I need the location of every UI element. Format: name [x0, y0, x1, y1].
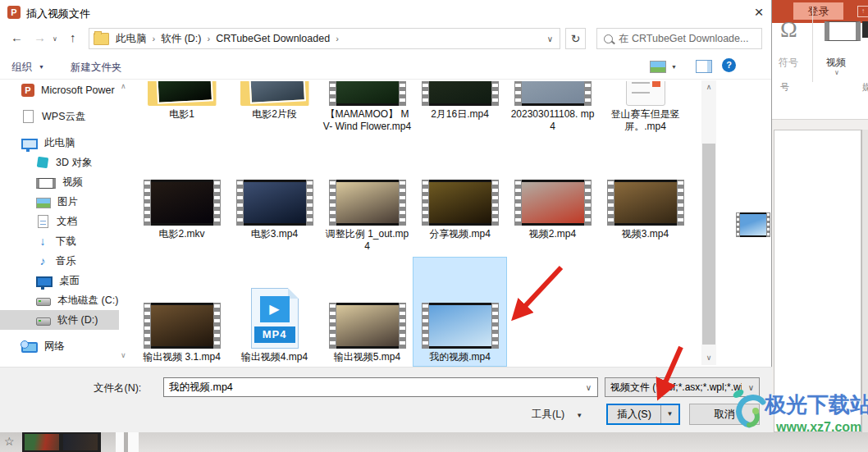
- address-bar[interactable]: 此电脑 › 软件 (D:) › CRTubeGet Downloaded › ∨: [89, 28, 560, 49]
- sidebar-item-3d-objects[interactable]: 3D 对象: [0, 153, 119, 172]
- view-mode-icon[interactable]: [650, 61, 666, 73]
- file-name: 电影3.mp4: [251, 228, 298, 240]
- organize-button[interactable]: 组织: [11, 61, 32, 75]
- login-button[interactable]: 登录: [793, 2, 843, 20]
- sidebar-item-videos[interactable]: 视频: [0, 172, 119, 192]
- file-name: 视频3.mp4: [622, 228, 669, 240]
- sidebar-item-label: WPS云盘: [42, 110, 85, 124]
- file-thumbnail-area: [626, 81, 665, 106]
- thumbnail-image: [151, 303, 213, 349]
- filmstrip-sprockets: [514, 81, 522, 106]
- file-item[interactable]: 调整比例 1_out.mp4: [321, 174, 413, 255]
- sidebar-item-wps-cloud[interactable]: WPS云盘: [0, 107, 119, 126]
- sidebar-item-disk-d[interactable]: 软件 (D:): [0, 310, 119, 330]
- video-thumbnail: [329, 81, 406, 106]
- insert-dropdown-icon[interactable]: ▼: [660, 405, 678, 423]
- close-icon[interactable]: ×: [748, 2, 770, 23]
- sidebar-item-downloads[interactable]: ↓下载: [0, 231, 119, 251]
- address-dropdown-icon[interactable]: ∨: [547, 34, 560, 43]
- filmstrip-sprockets: [144, 180, 151, 226]
- sidebar-item-this-pc[interactable]: 此电脑: [0, 133, 119, 153]
- search-icon: [604, 34, 613, 43]
- breadcrumb-item[interactable]: 此电脑: [114, 32, 148, 46]
- ribbon-separator: [812, 7, 813, 82]
- sidebar-item-network[interactable]: 网络: [0, 336, 119, 356]
- video-button-label[interactable]: 视频: [826, 56, 846, 70]
- file-grid-row: 输出视频 3.1.mp4▶MP4输出视频4.mp4输出视频5.mp4我的视频.m…: [135, 258, 692, 366]
- filename-caret-icon[interactable]: ∨: [586, 383, 597, 392]
- watermark-site-name: 极光下载站: [765, 390, 868, 419]
- folder-preview: [249, 81, 306, 103]
- sidebar-scroll-up-icon[interactable]: ∧: [121, 82, 126, 90]
- ribbon-options-icon[interactable]: ↑: [857, 6, 868, 17]
- powerpoint-icon: P: [21, 84, 34, 97]
- video-thumbnail: [329, 180, 406, 226]
- refresh-button[interactable]: ↻: [565, 28, 586, 49]
- filmstrip-sprockets: [399, 180, 406, 226]
- file-item[interactable]: 视频2.mp4: [506, 174, 599, 255]
- sidebar-item-local-disk-c[interactable]: 本地磁盘 (C:): [0, 290, 119, 310]
- filmstrip-sprockets: [514, 180, 522, 226]
- filename-input[interactable]: 我的视频.mp4 ∨: [163, 377, 598, 397]
- background-divider: [116, 432, 124, 452]
- file-item[interactable]: 分享视频.mp4: [413, 174, 506, 255]
- sidebar-item-desktop[interactable]: 桌面: [0, 271, 119, 290]
- sidebar-item-pictures[interactable]: 图片: [0, 192, 119, 212]
- watermark: 极光下载站 www.xz7.com: [729, 384, 868, 452]
- sidebar-item-documents[interactable]: 文档: [0, 212, 119, 231]
- background-divider: [128, 432, 139, 452]
- sidebar-item-label: 视频: [62, 176, 83, 189]
- file-item[interactable]: 输出视频5.mp4: [321, 258, 413, 366]
- filmsm-icon: [36, 178, 56, 189]
- file-list-scrollbar[interactable]: ∧ ∨: [701, 80, 716, 365]
- insert-button[interactable]: 插入(S) ▼: [606, 404, 680, 425]
- file-item[interactable]: 【MAMAMOO】 MV- Wind Flower.mp4: [321, 79, 413, 135]
- forward-button[interactable]: →: [34, 30, 46, 44]
- video-icon[interactable]: [825, 21, 861, 41]
- scrollbar-thumb[interactable]: [702, 144, 715, 345]
- new-folder-button[interactable]: 新建文件夹: [71, 61, 122, 75]
- video-thumbnail: [514, 81, 592, 106]
- file-item[interactable]: ▶MP4输出视频4.mp4: [228, 258, 321, 366]
- history-caret-icon[interactable]: ∨: [53, 35, 57, 43]
- filmstrip-sprockets: [144, 303, 151, 349]
- file-item[interactable]: 电影2.mkv: [135, 174, 228, 255]
- ribbon-group-label: 号: [780, 81, 789, 94]
- tools-caret-icon: ▼: [564, 412, 582, 419]
- sidebar-item-music[interactable]: ♪音乐: [0, 251, 119, 271]
- symbol-icon: Ω: [780, 16, 797, 43]
- file-item[interactable]: 我的视频.mp4: [413, 258, 506, 366]
- video-dropdown-caret[interactable]: ∨: [834, 69, 839, 76]
- search-box[interactable]: 在 CRTubeGet Downloade...: [596, 28, 762, 49]
- file-item[interactable]: 电影2片段: [228, 79, 321, 135]
- file-item[interactable]: 输出视频 3.1.mp4: [135, 258, 228, 366]
- file-item[interactable]: 电影3.mp4: [228, 174, 321, 255]
- file-item[interactable]: 登山赛车但是竖屏。.mp4: [599, 79, 692, 135]
- breadcrumb-item[interactable]: 软件 (D:): [159, 32, 203, 46]
- up-button[interactable]: ↑: [70, 30, 76, 44]
- file-item[interactable]: 2月16日.mp4: [413, 79, 506, 135]
- thumbnail-image: [336, 180, 399, 226]
- filename-label: 文件名(N):: [94, 381, 141, 395]
- back-button[interactable]: ←: [11, 30, 23, 44]
- sidebar-scroll-down-icon[interactable]: ∨: [121, 351, 126, 359]
- tools-button[interactable]: 工具(L)▼: [532, 408, 582, 422]
- help-icon[interactable]: ?: [722, 58, 736, 72]
- file-thumbnail-area: [329, 275, 406, 349]
- scroll-up-icon[interactable]: ∧: [701, 80, 716, 94]
- organize-caret-icon: ▼: [39, 64, 44, 70]
- symbol-button-label[interactable]: 符号: [779, 56, 798, 70]
- file-name: 输出视频4.mp4: [241, 351, 308, 363]
- file-item[interactable]: 202303011108. mp4: [506, 79, 599, 135]
- network-icon: [21, 342, 38, 353]
- file-thumbnail-area: ▶MP4: [251, 275, 299, 349]
- file-name: 2月16日.mp4: [431, 108, 489, 121]
- preview-pane-icon[interactable]: [696, 60, 712, 73]
- file-item[interactable]: 视频3.mp4: [599, 174, 692, 255]
- file-item[interactable]: 电影1: [135, 79, 228, 135]
- scroll-down-icon[interactable]: ∨: [701, 351, 716, 365]
- view-mode-caret-icon[interactable]: ▼: [671, 64, 677, 70]
- breadcrumb-item[interactable]: CRTubeGet Downloaded: [214, 33, 331, 44]
- sidebar-item-microsoft-powerpoint[interactable]: PMicrosoft Power: [0, 80, 119, 100]
- file-thumbnail-area: [236, 176, 313, 226]
